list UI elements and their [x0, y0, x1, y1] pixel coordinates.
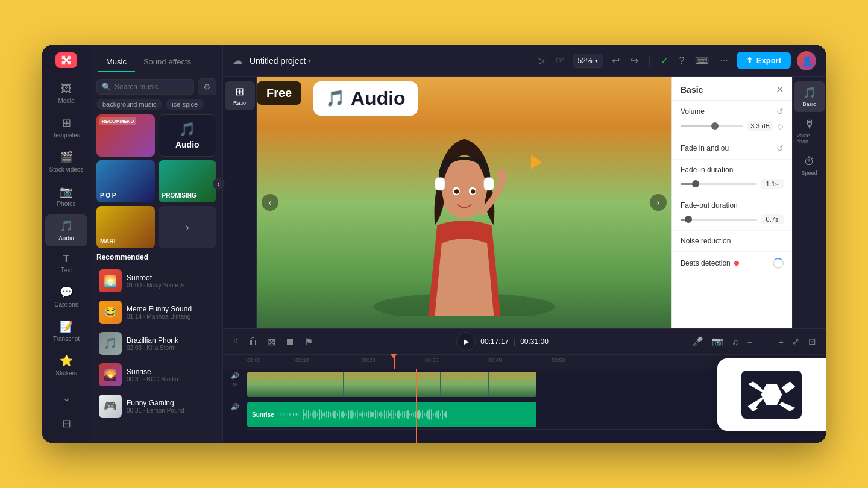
- sidebar-label-templates: Templates: [52, 132, 80, 139]
- expand-icon: ⌄: [62, 391, 71, 404]
- volume-reset-small-button[interactable]: ◇: [777, 121, 784, 131]
- captions-icon: 💬: [60, 286, 73, 299]
- help-button[interactable]: ?: [677, 53, 687, 69]
- waveform-bar: [360, 413, 362, 416]
- expand-timeline-button[interactable]: ⤢: [790, 334, 802, 349]
- camera-button[interactable]: 📷: [709, 334, 726, 349]
- tab-sound-effects[interactable]: Sound effects: [135, 52, 200, 72]
- audio-badge: 🎵 Audio: [313, 81, 418, 116]
- clip-thumb-3: [344, 372, 391, 397]
- ratio-button[interactable]: ⊞ Ratio: [225, 81, 255, 110]
- app-window: 🖼 Media ⊞ Templates 🎬 Stock videos 📷 Pho…: [42, 45, 826, 443]
- sidebar-item-stickers[interactable]: ⭐ Stickers: [45, 349, 87, 381]
- svg-rect-7: [483, 178, 494, 190]
- audio-track-button[interactable]: ♫: [729, 334, 741, 349]
- sidebar-item-stock[interactable]: 🎬 Stock videos: [45, 146, 87, 178]
- category-audio[interactable]: 🎵 Audio: [159, 114, 217, 157]
- list-item[interactable]: 🎮 Funny Gaming 00:31 · Lemon Pound: [93, 390, 220, 422]
- sidebar-label-transcript: Transcript: [53, 336, 80, 342]
- fade-out-slider-thumb[interactable]: [685, 216, 692, 223]
- category-promising[interactable]: PROMISING: [159, 160, 217, 202]
- list-item[interactable]: 🌅 Sunroof 01:00 · Nicky Youre & ...: [93, 265, 220, 296]
- waveform-bar: [344, 413, 345, 417]
- waveform-bar: [422, 410, 423, 419]
- clip-thumb-6: [489, 372, 536, 397]
- video-clip[interactable]: [247, 372, 536, 397]
- fade-out-slider-track[interactable]: [681, 219, 757, 221]
- undo-button[interactable]: ↩: [609, 52, 622, 69]
- caption-timeline-button[interactable]: ⊡: [806, 334, 819, 349]
- fade-out-slider-row: 0.7s: [681, 214, 784, 224]
- prev-slide-button[interactable]: ‹: [262, 194, 278, 211]
- playhead[interactable]: [394, 355, 395, 369]
- volume-slider-thumb[interactable]: [711, 122, 719, 130]
- tag-ice-spice[interactable]: ice spice: [166, 99, 204, 110]
- volume-slider-track[interactable]: [681, 125, 743, 127]
- right-icon-voice[interactable]: 🎙 Voice chan...: [794, 113, 825, 149]
- trim-tool-button[interactable]: ⊠: [265, 334, 278, 350]
- search-box: 🔍: [96, 79, 194, 95]
- sidebar-item-templates[interactable]: ⊞ Templates: [45, 111, 87, 143]
- basic-panel-close-button[interactable]: ✕: [776, 84, 784, 95]
- sidebar-label-media: Media: [58, 98, 74, 104]
- sidebar-item-media[interactable]: 🖼 Media: [45, 78, 87, 109]
- list-item[interactable]: 😂 Meme Funny Sound 01:14 · Manhoa Bintan…: [93, 296, 220, 328]
- tag-background-music[interactable]: background music: [96, 99, 162, 110]
- redo-button[interactable]: ↪: [628, 52, 641, 69]
- filter-button[interactable]: ⚙: [198, 78, 216, 95]
- shield-icon-button[interactable]: ✓: [658, 52, 671, 69]
- sidebar-item-transcript[interactable]: 📝 Transcript: [45, 315, 87, 347]
- tab-music[interactable]: Music: [98, 52, 135, 72]
- track-info-brazil: Brazillian Phonk 02:03 · Killa Storm: [127, 336, 214, 351]
- more-options-button[interactable]: ···: [717, 53, 730, 69]
- flag-tool-button[interactable]: ⚑: [302, 334, 315, 350]
- category-mari[interactable]: MARI: [96, 206, 155, 248]
- category-recommend[interactable]: RECOMMEND: [96, 114, 155, 157]
- search-input[interactable]: [115, 83, 189, 91]
- zoom-selector[interactable]: 52% ▾: [573, 54, 603, 68]
- audio-clip[interactable]: Sunrise 00:31:00: [247, 402, 536, 427]
- volume-reset-button[interactable]: ↺: [776, 107, 784, 116]
- list-item[interactable]: 🎵 Brazillian Phonk 02:03 · Killa Storm: [93, 328, 220, 359]
- pointer-tool-button[interactable]: ☞: [553, 52, 567, 69]
- microphone-button[interactable]: 🎤: [690, 334, 706, 349]
- keyboard-button[interactable]: ⌨: [693, 52, 711, 69]
- basic-panel-title: Basic: [681, 85, 703, 95]
- category-pop[interactable]: P O P: [96, 160, 155, 202]
- sidebar-item-settings[interactable]: ⊟: [45, 412, 87, 436]
- zoom-slider-button[interactable]: —: [758, 334, 772, 349]
- zoom-out-button[interactable]: −: [744, 334, 755, 349]
- volume-value: 3.3 dB: [747, 121, 773, 131]
- waveform-bar: [429, 409, 430, 419]
- sidebar-item-photos[interactable]: 📷 Photos: [45, 180, 87, 212]
- more-categories[interactable]: ›: [159, 206, 217, 248]
- freeze-tool-button[interactable]: ⏹: [283, 334, 297, 349]
- project-title[interactable]: Untitled project ▾: [250, 56, 311, 66]
- delete-tool-button[interactable]: 🗑: [246, 334, 260, 349]
- track-meta: 00:31 · Lemon Pound: [127, 407, 214, 414]
- categories-next-arrow[interactable]: ›: [213, 178, 225, 190]
- fade-reset-button[interactable]: ↺: [776, 143, 784, 153]
- timeline-play-button[interactable]: ▶: [456, 332, 476, 351]
- play-preview-button[interactable]: ▷: [535, 52, 547, 69]
- export-button[interactable]: ⬆ Export: [737, 52, 791, 69]
- user-avatar[interactable]: 👤: [797, 51, 816, 70]
- sidebar-item-captions[interactable]: 💬 Captions: [45, 281, 87, 313]
- svg-point-5: [471, 189, 476, 194]
- sidebar-item-text[interactable]: T Text: [45, 249, 87, 278]
- zoom-in-button[interactable]: +: [776, 334, 786, 349]
- ruler-mark-30: 00:30: [425, 357, 439, 363]
- app-logo[interactable]: [55, 52, 77, 68]
- sidebar-item-expand[interactable]: ⌄: [45, 386, 87, 410]
- volume-icon: 🔊: [231, 372, 239, 380]
- fade-in-label-row: Fade-in duration: [681, 166, 784, 174]
- sidebar-item-audio[interactable]: 🎵 Audio: [45, 214, 87, 246]
- playhead-triangle: [390, 354, 397, 358]
- list-item[interactable]: 🌄 Sunrise 00:31 · BCD Studio: [93, 359, 220, 390]
- right-icon-speed[interactable]: ⏱ Speed: [794, 151, 825, 181]
- fade-in-slider-thumb[interactable]: [692, 180, 699, 187]
- next-slide-button[interactable]: ›: [650, 194, 667, 211]
- split-tool-button[interactable]: ⍨: [230, 334, 241, 349]
- fade-in-slider-track[interactable]: [681, 183, 757, 185]
- right-icon-basic[interactable]: 🎵 Basic: [794, 81, 825, 112]
